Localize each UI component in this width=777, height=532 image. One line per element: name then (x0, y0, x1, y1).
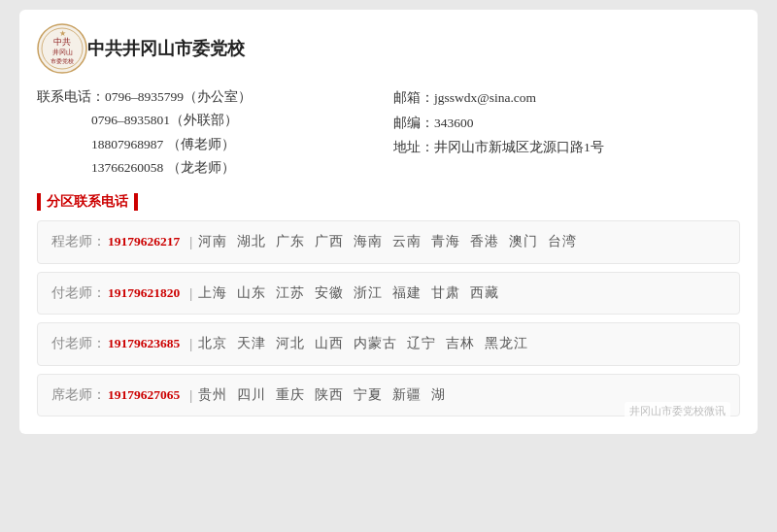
teacher-name-3: 席老师： (51, 385, 106, 405)
contact-right: 邮箱：jgsswdx@sina.com 邮编：343600 地址：井冈山市新城区… (384, 85, 740, 180)
teacher-phone-1: 19179621820 (108, 283, 180, 303)
school-name: 中共井冈山市委党校 (87, 37, 245, 60)
separator-0: | (189, 231, 192, 253)
region-areas-3: 贵州四川重庆陕西宁夏新疆湖 (198, 385, 456, 405)
section-divider: 分区联系电话 (37, 193, 740, 211)
teacher-phone-0: 19179626217 (108, 232, 180, 251)
section-title: 分区联系电话 (47, 193, 128, 211)
svg-text:市委党校: 市委党校 (51, 57, 74, 64)
svg-text:★: ★ (59, 29, 66, 38)
divider-left-bar (37, 193, 41, 211)
separator-2: | (189, 333, 192, 355)
phone-line-3: 18807968987 （傅老师） (37, 133, 384, 156)
email-line: 邮箱：jgsswdx@sina.com (393, 85, 740, 111)
teacher-phone-3: 19179627065 (108, 385, 180, 405)
teacher-name-0: 程老师： (51, 232, 106, 251)
phone-label: 联系电话：0796–8935799（办公室） (37, 89, 252, 104)
teacher-name-2: 付老师： (51, 334, 106, 353)
phone-line-1: 联系电话：0796–8935799（办公室） (37, 85, 384, 109)
phone-line-2: 0796–8935801（外联部） (37, 109, 384, 132)
divider-right-bar (134, 193, 138, 211)
header-section: 中共 井冈山 市委党校 ★ 中共井冈山市委党校 (37, 23, 740, 74)
teacher-phone-2: 19179623685 (108, 334, 180, 353)
phone-line-4: 13766260058 （龙老师） (37, 156, 384, 180)
school-logo: 中共 井冈山 市委党校 ★ (37, 23, 87, 74)
svg-text:中共: 中共 (53, 37, 71, 47)
region-areas-0: 河南湖北广东广西海南云南青海香港澳门台湾 (198, 232, 587, 251)
separator-3: | (189, 384, 192, 407)
contact-section: 联系电话：0796–8935799（办公室） 0796–8935801（外联部）… (37, 85, 740, 180)
region-row-1: 付老师：19179621820|上海山东江苏安徽浙江福建甘肃西藏 (37, 272, 740, 316)
contact-left: 联系电话：0796–8935799（办公室） 0796–8935801（外联部）… (37, 85, 384, 180)
zip-line: 邮编：343600 (393, 111, 740, 136)
teacher-name-1: 付老师： (51, 283, 106, 303)
region-row-0: 程老师：19179626217|河南湖北广东广西海南云南青海香港澳门台湾 (37, 220, 740, 264)
region-areas-2: 北京天津河北山西内蒙古辽宁吉林黑龙江 (198, 334, 538, 353)
svg-text:井冈山: 井冈山 (52, 49, 73, 56)
region-row-2: 付老师：19179623685|北京天津河北山西内蒙古辽宁吉林黑龙江 (37, 322, 740, 366)
watermark: 井冈山市委党校微讯 (625, 402, 730, 420)
region-areas-1: 上海山东江苏安徽浙江福建甘肃西藏 (198, 283, 509, 303)
separator-1: | (189, 283, 192, 305)
region-rows: 程老师：19179626217|河南湖北广东广西海南云南青海香港澳门台湾付老师：… (37, 220, 740, 416)
address-line: 地址：井冈山市新城区龙源口路1号 (393, 135, 740, 160)
